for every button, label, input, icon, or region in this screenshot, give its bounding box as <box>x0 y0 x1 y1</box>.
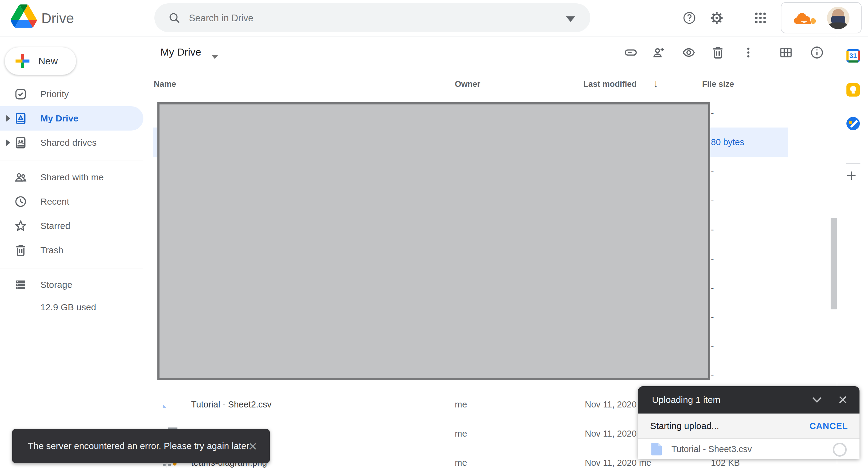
sidebar-item-label: Trash <box>40 245 63 255</box>
expand-arrow-icon[interactable] <box>6 139 10 146</box>
grid-view-icon[interactable] <box>779 45 793 60</box>
toast-message: The server encountered an error. Please … <box>28 441 251 451</box>
cloudflare-logo <box>790 11 822 26</box>
file-name: Tutorial - Sheet2.csv <box>191 400 272 410</box>
sidebar-item-my-drive[interactable]: My Drive <box>0 106 144 131</box>
settings-gear-icon[interactable] <box>710 11 724 25</box>
trash-icon[interactable] <box>711 45 725 60</box>
table-header-divider <box>153 98 788 98</box>
file-owner: me <box>455 458 467 468</box>
file-owner: me <box>455 429 467 439</box>
sidebar-item-starred[interactable]: Starred <box>0 214 144 238</box>
new-button-label: New <box>38 56 58 67</box>
sidebar-divider <box>0 268 143 268</box>
sidebar-item-trash[interactable]: Trash <box>0 238 144 262</box>
top-app-bar: Drive <box>0 0 868 36</box>
shared-with-me-icon <box>13 170 28 184</box>
plus-icon[interactable]: + <box>846 169 857 182</box>
trash-icon <box>13 243 28 258</box>
sidebar-item-label: Shared with me <box>40 172 103 182</box>
new-button[interactable]: New <box>5 47 76 75</box>
sidebar-item-shared-with-me[interactable]: Shared with me <box>0 165 144 190</box>
shared-drives-icon <box>13 135 28 150</box>
storage-icon <box>13 277 28 292</box>
priority-check-icon <box>13 87 28 101</box>
calendar-icon[interactable]: 31 <box>846 49 860 63</box>
google-drive-app: Drive <box>0 0 868 470</box>
redacted-overlay-box <box>157 102 710 380</box>
sidebar-item-label: Recent <box>40 196 69 207</box>
uploading-file-name: Tutorial - Sheet3.csv <box>672 444 752 454</box>
toast-close-icon[interactable]: × <box>249 438 257 455</box>
column-header-owner[interactable]: Owner <box>455 79 480 89</box>
add-person-icon[interactable] <box>652 45 666 60</box>
sidebar-item-priority[interactable]: Priority <box>0 82 144 106</box>
upload-title: Uploading 1 item <box>652 395 720 405</box>
sidebar-item-label: Priority <box>40 89 69 99</box>
star-icon <box>13 219 28 233</box>
keep-icon[interactable] <box>846 83 860 97</box>
sidebar-item-label: Shared drives <box>40 138 97 148</box>
vertical-scrollbar[interactable] <box>831 218 837 309</box>
collapse-chevron-icon[interactable] <box>811 395 823 404</box>
account-switcher[interactable] <box>781 2 862 33</box>
upload-status-row: Starting upload... CANCEL <box>638 413 860 439</box>
upload-panel-header: Uploading 1 item × <box>638 386 860 413</box>
column-header-name[interactable]: Name <box>154 79 176 89</box>
upload-panel: Uploading 1 item × Starting upload... CA… <box>638 386 860 459</box>
sidebar-item-shared-drives[interactable]: Shared drives <box>0 131 144 155</box>
file-size: 102 KB <box>711 458 740 468</box>
preview-eye-icon[interactable] <box>682 45 696 60</box>
expand-arrow-icon[interactable] <box>6 115 10 122</box>
get-link-icon[interactable] <box>624 45 638 60</box>
search-bar[interactable] <box>154 3 590 32</box>
search-icon[interactable] <box>168 11 181 25</box>
file-icon <box>651 443 662 456</box>
upload-progress-spinner <box>833 443 847 457</box>
left-navigation: New Priority My Drive <box>0 36 143 470</box>
toolbar-divider <box>765 40 765 65</box>
sidebar-divider <box>0 161 143 161</box>
drive-logo-icon[interactable] <box>11 4 37 28</box>
search-options-arrow-icon[interactable] <box>566 16 575 22</box>
header-divider <box>153 72 837 72</box>
upload-file-row[interactable]: Tutorial - Sheet3.csv <box>638 439 860 459</box>
sidebar-item-label: My Drive <box>40 113 79 124</box>
file-modified: Nov 11, 2020 me <box>585 458 651 468</box>
cancel-upload-button[interactable]: CANCEL <box>809 421 848 431</box>
apps-grid-icon[interactable] <box>753 11 768 25</box>
product-name: Drive <box>41 10 74 26</box>
sidebar-item-recent[interactable]: Recent <box>0 190 144 214</box>
sort-direction-icon[interactable]: ↓ <box>653 78 658 90</box>
sidebar-item-label: Storage <box>40 280 72 290</box>
help-icon[interactable] <box>682 11 696 25</box>
user-avatar[interactable] <box>827 7 849 29</box>
calendar-day-label: 31 <box>848 51 858 60</box>
new-plus-icon <box>14 53 30 69</box>
more-vertical-icon[interactable] <box>741 45 755 60</box>
column-header-modified[interactable]: Last modified <box>583 79 637 89</box>
sidebar-item-label: Starred <box>40 221 70 231</box>
tasks-icon[interactable] <box>846 117 860 130</box>
upload-close-icon[interactable]: × <box>838 391 847 409</box>
recent-clock-icon <box>13 194 28 209</box>
my-drive-icon <box>13 111 28 126</box>
side-panel-section-divider <box>846 163 860 164</box>
column-header-size[interactable]: File size <box>702 79 734 89</box>
file-owner: me <box>455 400 467 410</box>
sidebar-item-storage[interactable]: Storage <box>0 273 144 297</box>
storage-used-label: 12.9 GB used <box>40 302 96 312</box>
page-title-dropdown-icon[interactable] <box>211 55 218 59</box>
upload-status-text: Starting upload... <box>650 421 719 431</box>
page-title[interactable]: My Drive <box>160 46 201 58</box>
search-input[interactable] <box>188 3 548 33</box>
error-toast: The server encountered an error. Please … <box>12 429 270 463</box>
info-icon[interactable] <box>810 45 824 60</box>
